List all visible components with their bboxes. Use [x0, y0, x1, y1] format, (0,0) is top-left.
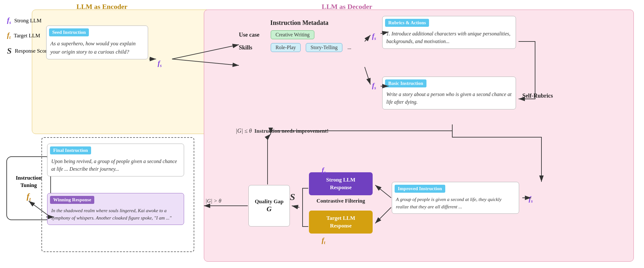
- fs-near-seed: fs: [158, 59, 162, 68]
- skill1-tag: Role-Play: [271, 43, 301, 52]
- use-case-value: Creative Writing: [271, 30, 314, 39]
- s-symbol: S: [7, 46, 11, 56]
- target-response-label: Target LLM Response: [312, 214, 369, 230]
- quality-condition1: |G| ≤ θ: [236, 128, 252, 134]
- seed-instruction-box: Seed Instruction As a superhero, how wou…: [46, 26, 148, 59]
- fs-near-metadata: fs: [372, 32, 376, 41]
- metadata-use-case-row: Use case Creative Writing: [239, 30, 360, 39]
- quality-condition2: |G| > θ: [205, 198, 221, 204]
- scorer-label: Response Scorer: [15, 48, 51, 54]
- quality-gap-box: Quality Gap G: [248, 185, 290, 227]
- ft-tuning-label: ft: [26, 192, 31, 202]
- improved-instruction-content: A group of people is given a second at l…: [392, 194, 519, 213]
- fs-near-basic: fs: [372, 81, 376, 91]
- skill2-tag: Story-Telling: [306, 43, 342, 52]
- legend-scorer: S Response Scorer: [7, 46, 51, 56]
- improved-instruction-label: Improved Instruction: [395, 185, 445, 193]
- fs-symbol: fs: [7, 16, 11, 25]
- skill-ellipsis: ...: [347, 45, 351, 50]
- winning-response-label: Winning Response: [50, 196, 94, 204]
- seed-instruction-label: Seed Instruction: [49, 28, 89, 36]
- seed-instruction-content: As a superhero, how would you explain yo…: [47, 38, 148, 59]
- strong-response-label: Strong LLM Response: [312, 176, 369, 191]
- fs-near-strong: fs: [322, 166, 326, 175]
- fs-near-improved: fs: [529, 195, 533, 204]
- rubrics-label: Rubrics & Actions: [385, 19, 429, 27]
- quality-gap-symbol: G: [267, 205, 272, 213]
- use-case-key: Use case: [239, 32, 268, 38]
- quality-notification-row: |G| ≤ θ Instruction needs improvement!: [236, 128, 329, 134]
- encoder-label: LLM as Encoder: [76, 3, 127, 11]
- basic-instruction-content: Write a story about a person who is give…: [383, 89, 516, 109]
- winning-response-content: In the shadowed realm where souls linger…: [47, 205, 184, 225]
- rubrics-box: Rubrics & Actions 1. Introduce additiona…: [382, 16, 516, 49]
- metadata-skills-row: Skills Role-Play Story-Telling ...: [239, 43, 360, 52]
- skills-key: Skills: [239, 44, 268, 51]
- self-rubrics-label: Self-Rubrics: [522, 93, 553, 99]
- ft-symbol: ft: [7, 31, 11, 40]
- diagram-container: LLM as Encoder LLM as Decoder fs Strong …: [0, 0, 644, 268]
- legend: fs Strong LLM ft Target LLM S Response S…: [7, 16, 51, 56]
- metadata-area: Instruction Metadata Use case Creative W…: [239, 19, 360, 56]
- legend-strong-llm: fs Strong LLM: [7, 16, 51, 25]
- strong-llm-label: Strong LLM: [14, 18, 41, 24]
- rubrics-content: 1. Introduce additional characters with …: [383, 28, 516, 48]
- final-instruction-label: Final Instruction: [50, 146, 91, 154]
- improved-instruction-box: Improved Instruction A group of people i…: [392, 182, 519, 214]
- target-llm-label: Target LLM: [14, 33, 40, 39]
- decoder-label: LLM as Decoder: [322, 3, 372, 11]
- contrastive-filtering-label: Contrastive Filtering: [299, 198, 382, 204]
- metadata-title: Instruction Metadata: [239, 19, 360, 26]
- basic-instruction-box: Basic Instruction Write a story about a …: [382, 77, 516, 109]
- basic-instruction-label: Basic Instruction: [385, 79, 426, 87]
- quality-text1: Instruction needs improvement!: [254, 128, 329, 134]
- strong-llm-response-box: Strong LLM Response: [309, 172, 373, 195]
- ft-near-target: ft: [322, 236, 325, 245]
- winning-response-box: Winning Response In the shadowed realm w…: [47, 193, 184, 225]
- quality-gap-title: Quality Gap: [255, 198, 283, 205]
- final-instruction-content: Upon being revived, a group of people gi…: [47, 156, 184, 176]
- final-instruction-box: Final Instruction Upon being revived, a …: [47, 144, 184, 176]
- scorer-near-gap: S: [290, 191, 295, 202]
- legend-target-llm: ft Target LLM: [7, 31, 51, 40]
- target-llm-response-box: Target LLM Response: [309, 211, 373, 234]
